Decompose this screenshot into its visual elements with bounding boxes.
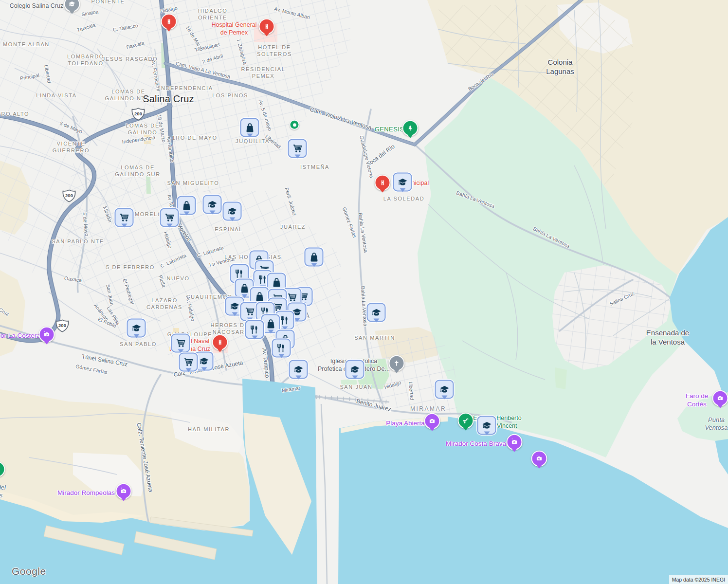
marker-pointer xyxy=(166,28,172,32)
green-poi-marker[interactable] xyxy=(0,461,5,477)
graduation-cap-icon xyxy=(481,420,492,431)
park-tree-icon xyxy=(406,124,415,132)
camera-icon xyxy=(120,487,128,495)
church-marker[interactable] xyxy=(389,355,405,371)
mirador-costa-brava-marker[interactable] xyxy=(507,434,523,450)
restaurant-icon xyxy=(279,314,291,326)
school-marker[interactable] xyxy=(203,195,222,214)
marker-pointer xyxy=(380,189,385,193)
svg-text:200: 200 xyxy=(58,323,66,328)
shopping-bag-icon xyxy=(181,200,192,211)
drinking-water-icon xyxy=(0,465,1,474)
shopping-cart-icon xyxy=(182,356,194,368)
camera-icon xyxy=(716,394,725,402)
shopping-bag-marker[interactable] xyxy=(305,247,324,266)
route-200-shield: 200 xyxy=(131,108,146,121)
shopping-cart-marker[interactable] xyxy=(179,352,198,371)
marker-pointer xyxy=(537,465,542,469)
graduation-cap-icon xyxy=(370,307,382,318)
colegio-salina-cruz-marker[interactable] xyxy=(64,0,80,12)
google-logo: Google xyxy=(12,566,46,577)
marker-pointer xyxy=(512,449,517,452)
church-icon xyxy=(393,359,401,367)
shopping-cart-marker[interactable] xyxy=(171,333,190,352)
escuela-heriberto-marker[interactable] xyxy=(458,413,474,429)
viewpoint-camera-marker[interactable] xyxy=(531,451,547,467)
hospital-naval-marker[interactable] xyxy=(212,334,228,350)
shopping-cart-icon xyxy=(286,292,298,303)
restaurant-icon xyxy=(249,324,260,335)
genesis-park-marker[interactable] xyxy=(402,120,419,136)
hospital-icon xyxy=(165,18,173,26)
shopping-bag-marker[interactable] xyxy=(177,196,196,215)
green-poi-dot[interactable] xyxy=(290,120,300,130)
route-shield-icon: 200 xyxy=(131,108,146,121)
shopping-bag-marker[interactable] xyxy=(240,118,259,137)
faro-de-cortes-marker[interactable] xyxy=(712,390,728,406)
hospital-icon xyxy=(263,22,271,31)
graduation-cap-icon xyxy=(226,205,238,217)
shopping-cart-marker[interactable] xyxy=(288,139,307,158)
marker-pointer xyxy=(463,427,469,431)
graduation-cap-icon xyxy=(397,176,408,188)
shopping-cart-icon xyxy=(291,143,303,154)
marker-pointer xyxy=(394,370,400,373)
route-shield-icon: 200 xyxy=(62,189,76,203)
camera-icon xyxy=(510,438,519,446)
restaurant-marker[interactable] xyxy=(245,320,264,339)
shopping-bag-icon xyxy=(244,122,255,133)
restaurant-icon xyxy=(234,268,245,279)
marker-pointer xyxy=(70,11,75,14)
graduation-cap-icon xyxy=(198,355,210,367)
marker-pointer xyxy=(218,349,223,352)
route-shield-icon: 200 xyxy=(55,319,70,333)
marker-pointer xyxy=(718,405,723,408)
map-attribution[interactable]: Map data ©2025 INEGI xyxy=(669,575,728,584)
camera-icon xyxy=(535,455,544,463)
route-200-shield: 200 xyxy=(62,189,76,203)
restaurant-icon xyxy=(275,342,287,354)
marker-pointer xyxy=(44,341,50,345)
school-marker[interactable] xyxy=(223,201,242,220)
hospital-general-pemex-marker[interactable] xyxy=(259,18,275,35)
restaurant-marker[interactable] xyxy=(272,338,291,357)
graduation-cap-icon xyxy=(206,199,218,210)
camera-icon xyxy=(43,330,51,339)
school-marker[interactable] xyxy=(127,318,146,337)
graduation-cap-icon xyxy=(438,383,450,395)
shopping-cart-icon xyxy=(164,212,175,223)
shopping-bag-icon xyxy=(271,276,282,288)
graduation-cap-icon xyxy=(130,322,142,334)
school-marker[interactable] xyxy=(289,360,308,379)
mirador-la-costera-marker[interactable] xyxy=(39,327,55,343)
svg-text:200: 200 xyxy=(65,193,73,198)
hospital-icon xyxy=(216,338,224,347)
graduation-cap-icon xyxy=(229,300,240,312)
marker-pointer xyxy=(430,428,435,431)
school-marker[interactable] xyxy=(393,172,412,191)
school-marker[interactable] xyxy=(346,360,364,379)
hospital-icon xyxy=(379,179,387,187)
shopping-cart-icon xyxy=(175,337,186,349)
marker-pointer xyxy=(264,33,270,36)
shopping-bag-icon xyxy=(265,318,276,329)
shopping-cart-marker[interactable] xyxy=(115,208,134,227)
hospital-marker[interactable] xyxy=(161,14,177,30)
shopping-bag-icon xyxy=(238,282,250,294)
school-marker[interactable] xyxy=(435,380,454,399)
school-marker[interactable] xyxy=(367,303,386,322)
camera-icon xyxy=(428,417,437,425)
route-200-shield: 200 xyxy=(55,319,70,333)
dif-municipal-marker[interactable] xyxy=(375,175,391,191)
school-marker[interactable] xyxy=(477,416,496,435)
college-gray-icon xyxy=(68,0,76,8)
playa-abierta-marker[interactable] xyxy=(424,413,440,429)
map-markers-layer: 200200200 xyxy=(0,0,728,584)
shopping-cart-marker[interactable] xyxy=(160,208,179,227)
graduation-cap-icon xyxy=(349,364,361,375)
drinking-water-icon xyxy=(462,417,470,425)
marker-pointer xyxy=(121,498,127,501)
mirador-rompeolas-marker[interactable] xyxy=(116,483,132,499)
map-canvas[interactable]: PONIENTEMONTE ALBANHIDALGO ORIENTELOMBAR… xyxy=(0,0,728,584)
shopping-bag-icon xyxy=(254,291,265,302)
